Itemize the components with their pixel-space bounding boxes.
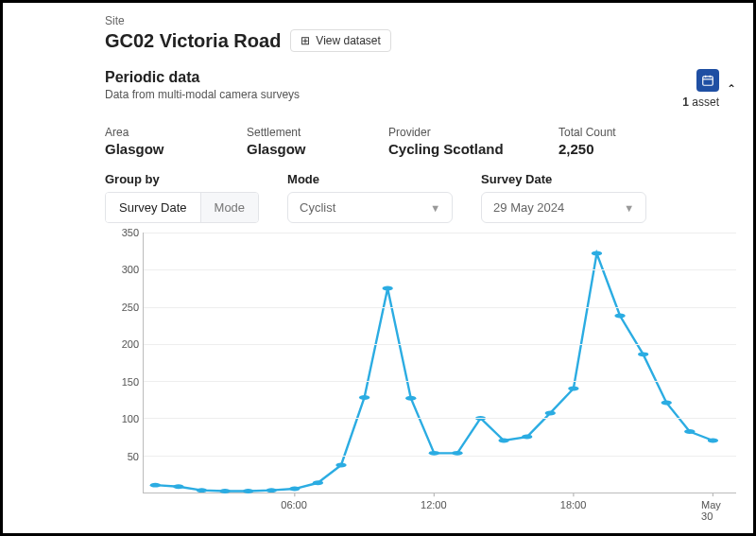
survey-date-selected: 29 May 2024 [493, 200, 564, 215]
meta-total-count-label: Total Count [558, 126, 662, 139]
meta-area: Area Glasgow [105, 126, 209, 157]
x-tick-label: May 30 [701, 499, 725, 522]
survey-date-control: Survey Date 29 May 2024 ▼ [481, 172, 646, 223]
svg-point-24 [522, 435, 532, 440]
svg-point-25 [545, 410, 556, 415]
survey-date-label: Survey Date [481, 172, 646, 186]
section-title: Periodic data [105, 69, 300, 86]
group-by-survey-date-button[interactable]: Survey Date [106, 193, 201, 222]
svg-point-9 [173, 484, 183, 489]
svg-point-18 [383, 285, 393, 290]
section-subtitle: Data from multi-modal camera surveys [105, 88, 300, 101]
svg-point-16 [335, 462, 346, 467]
meta-total-count: Total Count 2,250 [558, 126, 662, 157]
title-row: GC02 Victoria Road ⊞ View dataset [105, 29, 736, 52]
meta-settlement: Settlement Glasgow [247, 126, 351, 157]
chart-y-axis: 50100150200250300350 [105, 233, 143, 493]
svg-point-30 [662, 400, 672, 405]
svg-point-10 [197, 488, 207, 493]
y-tick-label: 100 [122, 413, 139, 424]
collapse-chevron-icon[interactable]: ⌃ [727, 82, 736, 95]
svg-point-17 [359, 395, 369, 400]
view-dataset-button[interactable]: ⊞ View dataset [290, 29, 391, 52]
svg-rect-0 [703, 77, 713, 85]
svg-point-32 [708, 439, 718, 443]
page-header: Site GC02 Victoria Road ⊞ View dataset [20, 14, 736, 52]
page-title: GC02 Victoria Road [105, 30, 281, 52]
y-tick-label: 250 [122, 302, 139, 313]
svg-point-29 [638, 352, 648, 356]
svg-point-12 [243, 489, 253, 493]
group-by-segment: Survey Date Mode [105, 192, 259, 223]
asset-count-label: asset [689, 95, 719, 109]
section-titles: Periodic data Data from multi-modal came… [105, 69, 300, 101]
y-tick-label: 50 [128, 451, 139, 462]
mode-label: Mode [287, 172, 453, 186]
mode-dropdown[interactable]: Cyclist ▼ [287, 192, 453, 223]
meta-provider: Provider Cycling Scotland [388, 126, 521, 157]
chart: 50100150200250300350 06:0012:0018:00May … [105, 233, 736, 516]
site-label: Site [105, 14, 736, 27]
meta-total-count-value: 2,250 [558, 141, 662, 157]
y-tick-label: 200 [122, 338, 139, 350]
asset-block: 1 asset ⌃ [682, 69, 736, 109]
meta-settlement-label: Settlement [247, 126, 351, 139]
periodic-data-section: Periodic data Data from multi-modal came… [20, 69, 736, 516]
y-tick-label: 150 [122, 376, 139, 388]
table-icon: ⊞ [301, 35, 310, 46]
svg-point-8 [150, 483, 161, 488]
mode-control: Mode Cyclist ▼ [287, 172, 453, 223]
mode-selected: Cyclist [300, 200, 335, 215]
svg-point-23 [498, 439, 508, 443]
x-tick-label: 12:00 [421, 499, 447, 510]
meta-settlement-value: Glasgow [247, 141, 351, 157]
survey-date-dropdown[interactable]: 29 May 2024 ▼ [481, 192, 646, 223]
calendar-icon [696, 69, 719, 92]
chevron-down-icon: ▼ [624, 202, 634, 214]
controls-row: Group by Survey Date Mode Mode Cyclist ▼… [105, 172, 736, 223]
svg-point-11 [219, 489, 230, 493]
svg-point-28 [614, 314, 625, 319]
chart-svg [144, 233, 736, 493]
meta-row: Area Glasgow Settlement Glasgow Provider… [105, 126, 736, 157]
svg-point-15 [313, 480, 323, 485]
meta-area-value: Glasgow [105, 141, 209, 157]
svg-point-26 [568, 387, 578, 391]
chart-x-axis: 06:0012:0018:00May 30 [143, 497, 736, 516]
group-by-label: Group by [105, 172, 259, 186]
x-tick-label: 06:00 [281, 499, 307, 510]
group-by-control: Group by Survey Date Mode [105, 172, 259, 223]
y-tick-label: 350 [122, 227, 139, 238]
svg-point-19 [405, 396, 416, 401]
svg-point-31 [684, 429, 695, 434]
asset-count-num: 1 [682, 95, 689, 109]
meta-provider-label: Provider [388, 126, 521, 139]
svg-point-14 [289, 487, 300, 492]
chevron-down-icon: ▼ [430, 202, 440, 214]
x-tick-label: 18:00 [560, 499, 587, 510]
y-tick-label: 300 [122, 264, 139, 275]
meta-area-label: Area [105, 126, 209, 139]
svg-point-13 [266, 488, 277, 493]
meta-provider-value: Cycling Scotland [388, 141, 521, 157]
svg-point-27 [592, 251, 602, 256]
view-dataset-label: View dataset [316, 34, 381, 47]
section-header: Periodic data Data from multi-modal came… [105, 69, 736, 109]
group-by-mode-button[interactable]: Mode [201, 193, 259, 222]
chart-plot-area [143, 233, 736, 493]
asset-count: 1 asset [682, 95, 719, 109]
